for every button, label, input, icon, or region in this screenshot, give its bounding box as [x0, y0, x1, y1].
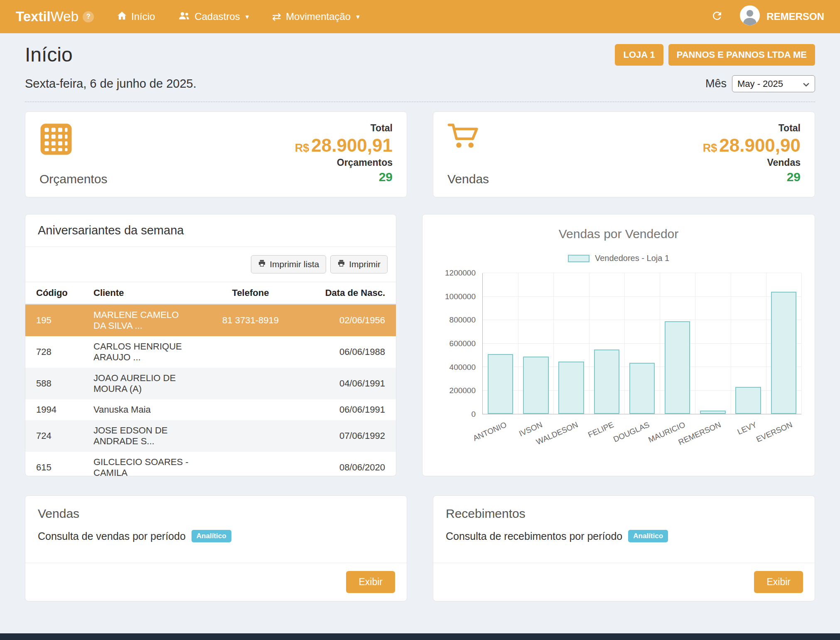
gridline	[624, 273, 625, 414]
table-row[interactable]: 728CARLOS HENRIQUE ARAUJO ...06/06/1988	[25, 336, 396, 368]
calculator-icon	[39, 123, 107, 158]
home-icon	[117, 11, 127, 22]
chart-plot	[482, 273, 801, 414]
y-tick-label: 400000	[449, 363, 476, 372]
recebimentos-panel: Recebimentos Consulta de recebimentos po…	[433, 495, 815, 601]
chart-bar-felipe[interactable]	[594, 350, 619, 414]
birthdays-card: Aniversariantes da semana Imprimir lista…	[25, 214, 396, 476]
chart-bar-douglas[interactable]	[629, 363, 655, 414]
brand-logo[interactable]: TextilWeb ?	[16, 9, 94, 25]
legend-swatch	[568, 255, 589, 262]
y-tick-label: 0	[471, 410, 476, 419]
vendas-total-value: R$28.900,90	[703, 136, 801, 155]
select-chevron-icon	[803, 79, 810, 89]
print-button[interactable]: Imprimir	[330, 255, 388, 273]
nav-cadastros-label: Cadastros	[194, 11, 240, 22]
page-title: Início	[25, 43, 73, 66]
print-list-button[interactable]: Imprimir lista	[251, 255, 326, 273]
y-tick-label: 600000	[449, 339, 476, 348]
nav-movimentacao-label: Movimentação	[286, 11, 351, 22]
gridline	[483, 273, 801, 273]
chart-area: 020000040000060000080000010000001200000 …	[433, 273, 804, 454]
brand-bold: Textil	[16, 9, 51, 24]
month-select[interactable]: May - 2025	[732, 75, 815, 92]
refresh-icon[interactable]	[711, 10, 723, 24]
chart-y-axis: 020000040000060000080000010000001200000	[433, 273, 482, 414]
chevron-down-icon: ▾	[356, 12, 360, 21]
chart-bar-waldeson[interactable]	[558, 362, 584, 414]
vendas-panel-description: Consulta de vendas por período	[38, 530, 186, 542]
gridline	[731, 273, 731, 414]
table-row[interactable]: 615GILCLECIO SOARES - CAMILA08/06/2020	[25, 452, 396, 476]
column-header-nascimento: Data de Nasc.	[307, 282, 396, 305]
vendas-exibir-button[interactable]: Exibir	[346, 571, 395, 593]
vendas-count: 29	[787, 171, 801, 183]
orcamentos-count-label: Orçamentos	[337, 157, 393, 168]
x-tick-label: LEVY	[736, 420, 758, 437]
y-tick-label: 800000	[449, 315, 476, 325]
birthday-table-body: 195MARLENE CAMELO DA SILVA ...81 3731-89…	[25, 304, 396, 476]
vendas-summary-card: Vendas Total R$28.900,90 Vendas 29	[433, 111, 815, 197]
vendas-panel-title: Vendas	[25, 496, 407, 521]
current-date: Sexta-feira, 6 de junho de 2025.	[25, 77, 196, 91]
store-button[interactable]: LOJA 1	[615, 44, 663, 66]
gridline	[660, 273, 660, 414]
chart-bar-everson[interactable]	[771, 292, 796, 414]
printer-icon	[258, 259, 266, 269]
chart-bar-ivson[interactable]	[523, 357, 548, 414]
column-header-codigo: Código	[25, 282, 88, 305]
table-row[interactable]: 195MARLENE CAMELO DA SILVA ...81 3731-89…	[25, 304, 396, 336]
chart-title: Vendas por Vendedor	[433, 227, 804, 241]
user-name: REMERSON	[766, 11, 824, 22]
navbar: TextilWeb ? Início Cadastros ▾ ⇄ Mo	[0, 0, 840, 33]
gridline	[483, 320, 801, 320]
nav-movimentacao[interactable]: ⇄ Movimentação ▾	[272, 11, 359, 22]
x-tick-label: EVERSON	[755, 420, 794, 444]
total-label: Total	[371, 123, 393, 134]
chart-bar-antonio[interactable]	[488, 354, 513, 414]
cart-icon	[447, 123, 489, 151]
analitico-badge: Analítico	[628, 530, 668, 542]
gridline	[766, 273, 766, 414]
gridline	[801, 273, 802, 414]
gridline	[695, 273, 695, 414]
nav-cadastros[interactable]: Cadastros ▾	[178, 11, 249, 23]
y-tick-label: 1200000	[445, 268, 476, 278]
chart-legend[interactable]: Vendedores - Loja 1	[433, 254, 804, 263]
nav-inicio-label: Início	[131, 11, 155, 22]
user-menu[interactable]: REMERSON	[740, 5, 824, 28]
birthdays-title: Aniversariantes da semana	[25, 214, 396, 247]
vendas-panel: Vendas Consulta de vendas por período An…	[25, 495, 407, 601]
avatar	[740, 5, 760, 28]
users-icon	[178, 11, 190, 23]
gridline	[589, 273, 589, 414]
gridline	[483, 296, 801, 297]
birthdays-table: Código Cliente Telefone Data de Nasc. 19…	[25, 282, 396, 476]
x-tick-label: FELIPE	[587, 420, 615, 440]
orcamentos-total-value: R$28.900,91	[295, 136, 393, 155]
orcamentos-count: 29	[379, 171, 393, 183]
help-icon[interactable]: ?	[83, 11, 94, 22]
y-tick-label: 1000000	[445, 292, 476, 301]
company-button[interactable]: PANNOS E PANNOS LTDA ME	[668, 44, 815, 66]
chart-bar-remerson[interactable]	[700, 411, 725, 414]
legend-label: Vendedores - Loja 1	[595, 254, 669, 263]
printer-icon	[337, 259, 345, 269]
recebimentos-panel-title: Recebimentos	[433, 496, 815, 521]
recebimentos-exibir-button[interactable]: Exibir	[754, 571, 803, 593]
orcamentos-summary-card: Orçamentos Total R$28.900,91 Orçamentos …	[25, 111, 407, 197]
footer-bar	[0, 633, 840, 640]
vendas-label: Vendas	[447, 172, 489, 186]
swap-arrows-icon: ⇄	[272, 11, 281, 22]
brand-light: Web	[51, 9, 79, 24]
table-row[interactable]: 588JOAO AURELIO DE MOURA (A)04/06/1991	[25, 368, 396, 399]
total-label: Total	[779, 123, 801, 134]
y-tick-label: 200000	[449, 386, 476, 395]
table-row[interactable]: 724JOSE EDSON DE ANDRADE S...07/06/1992	[25, 420, 396, 452]
chart-bar-mauricio[interactable]	[665, 321, 690, 414]
chart-bar-levy[interactable]	[735, 387, 761, 414]
nav-inicio[interactable]: Início	[117, 11, 155, 22]
table-row[interactable]: 1994Vanuska Maia06/06/1991	[25, 399, 396, 420]
column-header-cliente: Cliente	[88, 282, 194, 305]
gridline	[518, 273, 518, 414]
